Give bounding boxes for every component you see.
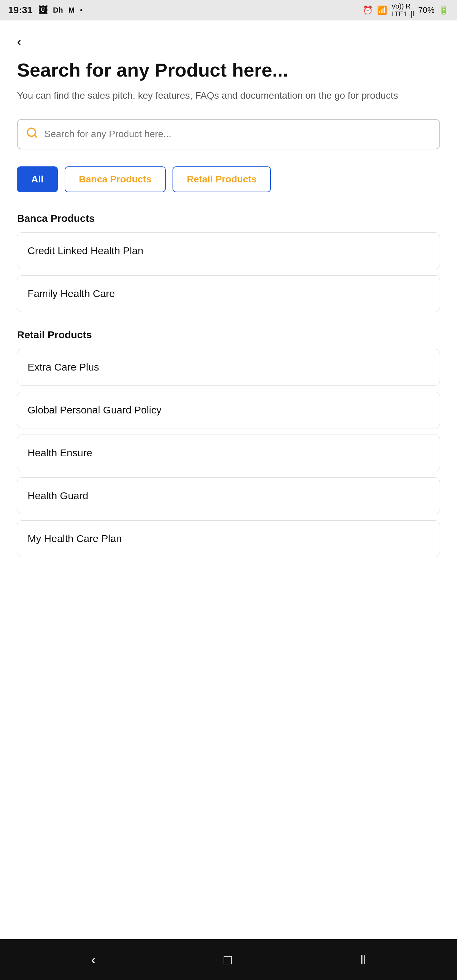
- banca-section: Banca Products Credit Linked Health Plan…: [17, 213, 440, 312]
- banca-section-title: Banca Products: [17, 213, 440, 224]
- list-item[interactable]: Global Personal Guard Policy: [17, 392, 440, 428]
- dot-icon: •: [80, 6, 83, 14]
- banca-item-1-label: Credit Linked Health Plan: [27, 245, 143, 256]
- search-icon: [26, 127, 38, 142]
- nav-recent-button[interactable]: ⦀: [360, 952, 366, 967]
- retail-section-title: Retail Products: [17, 329, 440, 340]
- photo-icon: 🖼: [38, 5, 48, 16]
- banca-product-list: Credit Linked Health Plan Family Health …: [17, 232, 440, 312]
- nav-home-icon: □: [224, 952, 232, 967]
- filter-retail-button[interactable]: Retail Products: [172, 166, 271, 192]
- svg-line-1: [34, 135, 37, 137]
- filter-all-button[interactable]: All: [17, 166, 58, 192]
- battery-text: 70%: [418, 5, 435, 15]
- retail-item-5-label: My Health Care Plan: [27, 533, 122, 544]
- retail-item-3-label: Health Ensure: [27, 447, 92, 458]
- battery-icon: 🔋: [439, 5, 449, 15]
- filter-banca-button[interactable]: Banca Products: [65, 166, 166, 192]
- wifi-icon: 📶: [377, 5, 387, 15]
- filter-buttons: All Banca Products Retail Products: [17, 166, 440, 192]
- nav-home-button[interactable]: □: [224, 952, 232, 967]
- status-left: 19:31 🖼 Dh M •: [8, 5, 83, 16]
- retail-section: Retail Products Extra Care Plus Global P…: [17, 329, 440, 557]
- retail-product-list: Extra Care Plus Global Personal Guard Po…: [17, 349, 440, 557]
- status-bar: 19:31 🖼 Dh M • ⏰ 📶 Vo)) RLTE1 .|l 70% 🔋: [0, 0, 457, 21]
- status-time: 19:31: [8, 5, 33, 16]
- retail-item-2-label: Global Personal Guard Policy: [27, 404, 162, 415]
- list-item[interactable]: Health Guard: [17, 477, 440, 514]
- back-arrow-icon: ‹: [17, 34, 21, 49]
- nav-back-icon: ‹: [91, 952, 96, 967]
- retail-item-1-label: Extra Care Plus: [27, 361, 99, 372]
- list-item[interactable]: Extra Care Plus: [17, 349, 440, 385]
- nav-back-button[interactable]: ‹: [91, 952, 96, 967]
- gmail-icon: M: [68, 6, 75, 14]
- list-item[interactable]: Family Health Care: [17, 275, 440, 312]
- alarm-icon: ⏰: [363, 5, 373, 15]
- banca-item-2-label: Family Health Care: [27, 288, 115, 299]
- dh-icon: Dh: [53, 6, 63, 14]
- page-subtitle: You can find the sales pitch, key featur…: [17, 89, 440, 102]
- retail-item-4-label: Health Guard: [27, 490, 88, 501]
- search-input[interactable]: [44, 129, 431, 140]
- status-right: ⏰ 📶 Vo)) RLTE1 .|l 70% 🔋: [363, 2, 449, 18]
- list-item[interactable]: Credit Linked Health Plan: [17, 232, 440, 269]
- list-item[interactable]: My Health Care Plan: [17, 520, 440, 557]
- search-container: [17, 119, 440, 150]
- main-content: ‹ Search for any Product here... You can…: [0, 21, 457, 939]
- nav-recent-icon: ⦀: [360, 952, 366, 967]
- page-title: Search for any Product here...: [17, 60, 440, 81]
- signal-icon: Vo)) RLTE1 .|l: [391, 2, 414, 18]
- list-item[interactable]: Health Ensure: [17, 434, 440, 471]
- bottom-nav: ‹ □ ⦀: [0, 939, 457, 980]
- back-button[interactable]: ‹: [17, 34, 21, 49]
